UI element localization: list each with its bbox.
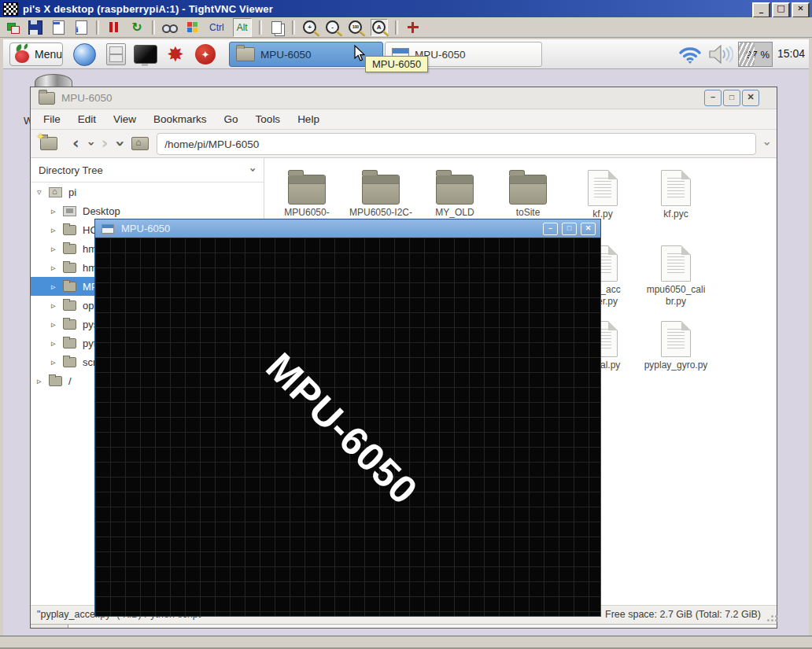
folder-icon (63, 319, 76, 330)
volume-icon[interactable] (707, 42, 733, 66)
send-windows-key-icon[interactable] (185, 20, 201, 35)
menu-label: Menu (35, 48, 62, 61)
menu-bookmarks[interactable]: Bookmarks (145, 113, 216, 125)
vnc-minimize-button[interactable] (752, 2, 770, 18)
resize-grip-icon[interactable] (771, 615, 773, 618)
home-folder-icon[interactable] (131, 137, 149, 150)
plot-close-button[interactable] (581, 223, 596, 235)
connection-info-icon[interactable] (76, 20, 87, 35)
file-item[interactable]: pyplay_gyro.py (640, 319, 711, 371)
file-manager-launcher[interactable] (104, 42, 127, 66)
fm-maximize-button[interactable] (723, 90, 740, 106)
wifi-icon[interactable] (678, 44, 702, 65)
expander-open-icon[interactable] (37, 187, 49, 197)
vnc-maximize-button[interactable] (772, 2, 790, 18)
save-connection-icon[interactable] (28, 20, 42, 35)
zoom-auto-glyph: A (377, 24, 382, 31)
terminal-launcher[interactable] (134, 42, 157, 66)
menu-view[interactable]: View (105, 113, 145, 125)
folder-icon (63, 282, 76, 292)
plot-window: MPU-6050 MPU-6050 (94, 219, 601, 617)
vnc-window-title: pi's X desktop (raspberrypiA:1) - TightV… (23, 3, 273, 15)
pause-icon[interactable] (106, 20, 122, 35)
menu-tools[interactable]: Tools (247, 113, 290, 125)
folder-icon (436, 175, 474, 205)
vnc-frame-right (809, 38, 812, 636)
expander-closed-icon[interactable] (51, 338, 63, 348)
tree-item-desktop[interactable]: Desktop (31, 201, 264, 220)
chevron-down-icon: › (248, 168, 259, 172)
web-browser-launcher[interactable] (72, 42, 96, 66)
plot-maximize-button[interactable] (562, 223, 577, 235)
send-ctrl-alt-del-icon[interactable] (162, 20, 178, 35)
vnc-close-button[interactable] (792, 2, 810, 18)
jump-to-icon[interactable]: › (760, 141, 772, 146)
file-item[interactable]: MY_OLD (419, 168, 490, 219)
menu-button[interactable]: Menu (9, 42, 63, 66)
vnc-toolbar: Ctrl Alt + - 100 A (0, 17, 812, 38)
file-manager-titlebar[interactable]: MPU-6050 (31, 87, 777, 109)
zoom-in-button[interactable]: + (302, 20, 318, 35)
zoom-out-button[interactable]: - (325, 20, 341, 35)
expander-closed-icon[interactable] (51, 225, 63, 235)
tree-item-label: pi (68, 186, 76, 198)
mathematica-star-icon: ✸ (167, 44, 184, 65)
menu-file[interactable]: File (35, 113, 69, 125)
fullscreen-icon[interactable] (405, 20, 421, 35)
mathematica-launcher[interactable]: ✸ (164, 42, 187, 66)
expander-closed-icon[interactable] (51, 244, 63, 254)
copy-clipboard-icon[interactable] (271, 21, 282, 34)
taskbar-tooltip: MPU-6050 (365, 56, 428, 72)
back-icon[interactable]: ‹ (67, 135, 85, 152)
folder-icon (39, 92, 55, 105)
tree-item-pi[interactable]: pi (31, 183, 264, 201)
zoom-auto-button[interactable]: A (371, 19, 388, 36)
up-directory-icon[interactable]: › (111, 138, 127, 149)
menu-edit[interactable]: Edit (69, 113, 105, 125)
fm-close-button[interactable] (742, 90, 759, 106)
folder-icon (63, 338, 76, 348)
file-item[interactable]: kf.py (567, 168, 638, 220)
document-icon (661, 170, 691, 206)
menu-help[interactable]: Help (289, 113, 328, 125)
file-item[interactable]: toSite (493, 168, 563, 219)
file-manager-toolbar: ‹ › › › /home/pi/MPU-6050 › (31, 130, 777, 158)
history-dropdown-icon[interactable]: › (84, 138, 96, 149)
expander-closed-icon[interactable] (51, 357, 63, 367)
zoom-in-icon: + (303, 20, 316, 34)
refresh-icon[interactable] (129, 20, 145, 35)
file-item[interactable]: mpu6050_calibr.py (640, 243, 711, 308)
vnc-titlebar[interactable]: pi's X desktop (raspberrypiA:1) - TightV… (0, 0, 812, 17)
sidebar-mode-selector[interactable]: Directory Tree › (31, 158, 264, 183)
vnc-frame-bottom (0, 636, 812, 649)
remote-desktop: Wastebasket MPU-6050 File Edit View Book… (3, 39, 809, 636)
clock[interactable]: 15:04 (777, 47, 805, 60)
alt-key-button[interactable]: Alt (233, 18, 252, 37)
new-connection-icon[interactable] (5, 20, 20, 35)
plot-minimize-button[interactable] (543, 223, 558, 235)
zoom-auto-icon: A (372, 20, 386, 34)
wolfram-launcher[interactable]: ✦ (194, 42, 217, 66)
path-input[interactable]: /home/pi/MPU-6050 (157, 133, 756, 155)
menu-go[interactable]: Go (216, 113, 247, 125)
file-item[interactable]: kf.pyc (640, 168, 711, 220)
raspberry-pi-icon (14, 45, 30, 64)
file-name: mpu6050_cali (640, 284, 711, 296)
expander-closed-icon[interactable] (51, 319, 63, 330)
connection-options-icon[interactable] (53, 20, 65, 35)
file-item[interactable]: MPU6050-I2C- (345, 168, 416, 219)
fm-minimize-button[interactable] (704, 90, 722, 106)
expander-closed-icon[interactable] (37, 376, 49, 386)
zoom-100-button[interactable]: 100 (348, 20, 364, 35)
file-manager-menubar: File Edit View Bookmarks Go Tools Help (31, 109, 777, 130)
ctrl-key-button[interactable]: Ctrl (208, 19, 226, 36)
new-tab-icon[interactable] (40, 137, 57, 150)
expander-closed-icon[interactable] (51, 282, 63, 292)
expander-closed-icon[interactable] (51, 301, 63, 311)
battery-indicator[interactable]: 97 % (738, 42, 773, 67)
plot-titlebar[interactable]: MPU-6050 (95, 219, 600, 238)
expander-closed-icon[interactable] (51, 263, 63, 273)
file-item[interactable]: MPU6050- (271, 168, 342, 219)
expander-closed-icon[interactable] (51, 206, 63, 216)
file-manager-bottom-strip (31, 624, 777, 628)
